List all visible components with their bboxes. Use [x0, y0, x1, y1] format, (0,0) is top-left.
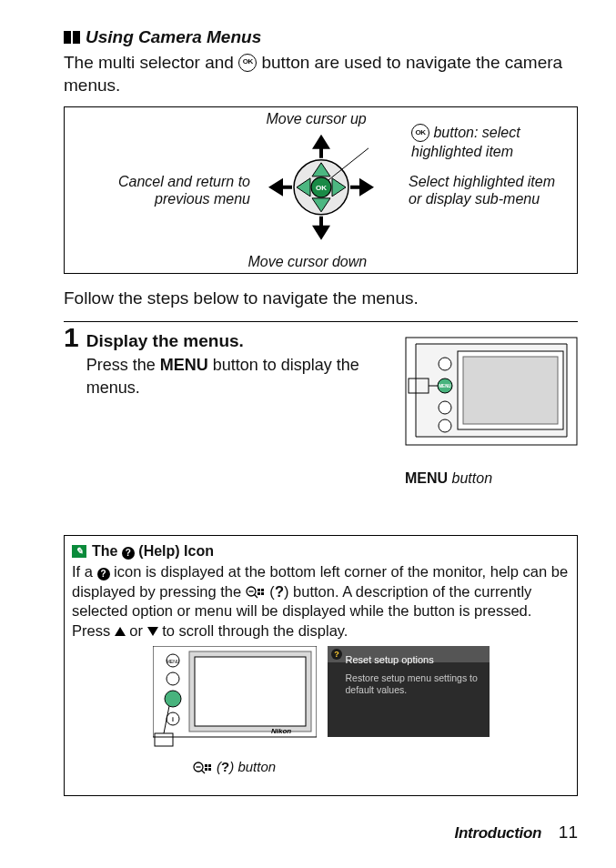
divider: [64, 321, 578, 322]
ok-icon: OK: [238, 54, 257, 72]
help-screen-title: Reset setup options: [346, 653, 482, 667]
svg-point-17: [439, 401, 451, 414]
multiselector-diagram: Move cursor up Move cursor down Cancel a…: [64, 106, 578, 274]
label-left: Cancel and return to previous menu: [91, 173, 250, 207]
svg-rect-25: [258, 589, 260, 591]
svg-text:i: i: [172, 716, 174, 722]
svg-line-24: [254, 595, 258, 599]
label-ok: OK button: select highlighted item: [411, 124, 550, 160]
svg-rect-26: [261, 589, 264, 591]
heading-bars-icon: [64, 31, 80, 44]
svg-rect-27: [258, 592, 260, 595]
follow-paragraph: Follow the steps below to navigate the m…: [64, 287, 578, 310]
footer-page: 11: [559, 823, 578, 842]
svg-rect-45: [208, 764, 211, 767]
help-caption: (?) button: [153, 758, 317, 776]
svg-line-43: [201, 771, 205, 774]
help-title: ✎ The ? (Help) Icon: [72, 541, 570, 561]
svg-marker-0: [312, 135, 330, 158]
page-footer: Introduction 11: [455, 821, 578, 844]
label-down: Move cursor down: [248, 253, 368, 270]
footer-section: Introduction: [455, 824, 542, 842]
help-question-icon: ?: [97, 568, 110, 580]
svg-rect-31: [195, 657, 306, 726]
svg-text:MENU: MENU: [166, 659, 179, 664]
svg-rect-44: [205, 764, 207, 767]
note-icon: ✎: [72, 545, 86, 558]
section-heading: Using Camera Menus: [64, 25, 578, 49]
zoom-out-icon: [246, 586, 266, 599]
help-screen-body: Restore setup menu settings to default v…: [346, 672, 482, 696]
step-title: Display the menus.: [86, 329, 378, 353]
multiselector-icon: OK: [267, 133, 376, 247]
svg-rect-46: [205, 768, 207, 771]
camera-illustration: MENU MENU button: [405, 337, 578, 489]
svg-point-34: [167, 672, 179, 685]
svg-rect-14: [463, 357, 558, 424]
intro-pre: The multi selector and: [64, 53, 238, 72]
svg-rect-28: [261, 592, 264, 595]
svg-text:?: ?: [334, 650, 339, 659]
camera-help-illustration: MENU i Nikon (?) button: [153, 646, 317, 777]
up-triangle-icon: [115, 627, 126, 636]
svg-text:Nikon: Nikon: [271, 727, 291, 735]
step-text: Press the MENU button to display the men…: [86, 354, 378, 399]
intro-paragraph: The multi selector and OK button are use…: [64, 51, 578, 97]
svg-marker-2: [268, 178, 292, 197]
svg-point-35: [165, 691, 181, 707]
svg-text:OK: OK: [316, 184, 327, 192]
svg-point-15: [439, 358, 451, 370]
label-up: Move cursor up: [267, 110, 367, 127]
svg-text:MENU: MENU: [439, 384, 450, 389]
help-body: If a ? icon is displayed at the bottom l…: [72, 562, 570, 641]
svg-rect-47: [208, 768, 211, 771]
svg-marker-3: [350, 178, 374, 197]
menu-word: MENU: [160, 356, 208, 374]
help-question-icon: ?: [122, 547, 135, 560]
svg-point-18: [439, 419, 451, 432]
help-screen: ? Reset setup options Restore setup menu…: [328, 646, 490, 785]
zoom-out-icon: [193, 762, 213, 774]
label-right: Select highlighted item or display sub-m…: [409, 173, 568, 207]
heading-text: Using Camera Menus: [86, 25, 261, 49]
step-number: 1: [64, 324, 79, 351]
camera-caption: MENU button: [405, 469, 578, 489]
svg-marker-1: [312, 217, 330, 240]
ok-icon: OK: [411, 124, 429, 142]
help-box: ✎ The ? (Help) Icon If a ? icon is displ…: [64, 535, 578, 796]
down-triangle-icon: [147, 627, 158, 636]
